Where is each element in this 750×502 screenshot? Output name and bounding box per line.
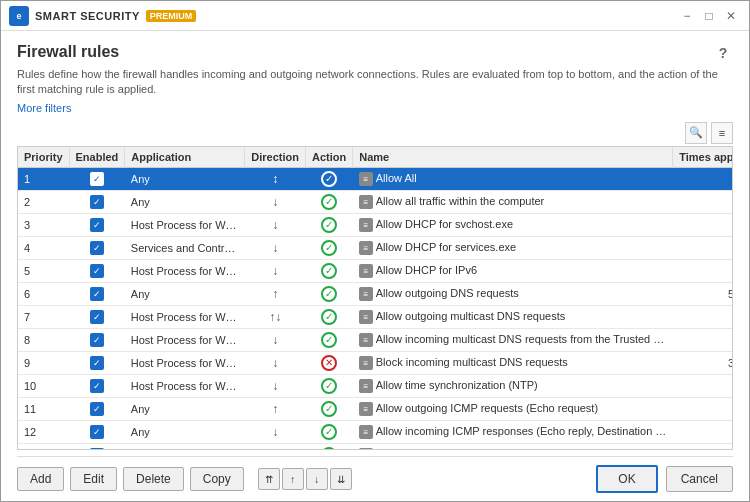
direction-icon: ↑↓ [269,310,281,324]
move-bottom-button[interactable]: ⇊ [330,468,352,490]
cell-direction: ↓ [245,443,306,450]
cell-name: ≡Allow DHCP for svchost.exe [353,213,673,236]
allow-icon: ✓ [321,309,337,325]
cell-enabled: ✓ [69,443,125,450]
cell-application: Host Process for Win... [125,259,245,282]
page-title: Firewall rules [17,43,119,61]
table-row[interactable]: 4✓Services and Controll...↓✓≡Allow DHCP … [18,236,733,259]
cell-name: ≡Allow outgoing multicast DNS requests [353,305,673,328]
allow-icon: ✓ [321,332,337,348]
move-down-button[interactable]: ↓ [306,468,328,490]
check-icon: ✓ [90,448,104,450]
cell-priority: 9 [18,351,69,374]
cell-application: Host Process for Win... [125,374,245,397]
close-button[interactable]: ✕ [721,6,741,26]
search-icon-button[interactable]: 🔍 [685,122,707,144]
cell-times: 2 [673,190,733,213]
allow-icon: ✓ [321,240,337,256]
cell-action: ✓ [306,397,353,420]
direction-icon: ↓ [272,241,278,255]
cancel-button[interactable]: Cancel [666,466,733,492]
table-row[interactable]: 2✓Any↓✓≡Allow all traffic within the com… [18,190,733,213]
table-row[interactable]: 1✓Any↕✓≡Allow All [18,167,733,190]
cell-times [673,397,733,420]
cell-enabled: ✓ [69,190,125,213]
col-header-name: Name [353,147,673,168]
move-top-button[interactable]: ⇈ [258,468,280,490]
delete-button[interactable]: Delete [123,467,184,491]
allow-icon: ✓ [321,217,337,233]
cell-times [673,213,733,236]
cell-enabled: ✓ [69,282,125,305]
cell-action: ✓ [306,190,353,213]
table-row[interactable]: 8✓Host Process for Win...↓✓≡Allow incomi… [18,328,733,351]
rule-icon: ≡ [359,356,373,370]
copy-button[interactable]: Copy [190,467,244,491]
allow-icon: ✓ [321,378,337,394]
cell-enabled: ✓ [69,167,125,190]
help-button[interactable]: ? [713,43,733,63]
columns-icon-button[interactable]: ≡ [711,122,733,144]
cell-times: 1 [673,305,733,328]
direction-icon: ↓ [272,218,278,232]
cell-times: 3952 [673,351,733,374]
cell-application: Any [125,397,245,420]
rules-table-container: Priority Enabled Application Direction A… [17,146,733,450]
check-icon: ✓ [90,402,104,416]
add-button[interactable]: Add [17,467,64,491]
table-row[interactable]: 6✓Any↑✓≡Allow outgoing DNS requests5392 [18,282,733,305]
table-row[interactable]: 11✓Any↑✓≡Allow outgoing ICMP requests (E… [18,397,733,420]
direction-icon: ↓ [272,195,278,209]
nav-buttons: ⇈ ↑ ↓ ⇊ [258,468,352,490]
content-area: Firewall rules ? Rules define how the fi… [1,31,749,501]
bottom-bar: Add Edit Delete Copy ⇈ ↑ ↓ ⇊ OK Cancel [17,456,733,501]
cell-name: ≡Allow incoming multicast DNS requests f… [353,328,673,351]
allow-icon: ✓ [321,263,337,279]
cell-times [673,236,733,259]
cell-times: 5392 [673,282,733,305]
edit-button[interactable]: Edit [70,467,117,491]
rule-icon: ≡ [359,310,373,324]
table-row[interactable]: 12✓Any↓✓≡Allow incoming ICMP responses (… [18,420,733,443]
cell-priority: 8 [18,328,69,351]
direction-icon: ↑ [272,402,278,416]
cell-name: ≡Allow DHCP for IPv6 [353,259,673,282]
table-row[interactable]: 7✓Host Process for Win...↑↓✓≡Allow outgo… [18,305,733,328]
table-row[interactable]: 5✓Host Process for Win...↓✓≡Allow DHCP f… [18,259,733,282]
cell-direction: ↓ [245,420,306,443]
cell-application: Any [125,190,245,213]
allow-icon: ✓ [321,286,337,302]
direction-icon: ↕ [272,172,278,186]
table-row[interactable]: 3✓Host Process for Win...↓✓≡Allow DHCP f… [18,213,733,236]
cell-action: ✓ [306,282,353,305]
cell-enabled: ✓ [69,397,125,420]
minimize-button[interactable]: − [677,6,697,26]
check-icon: ✓ [90,241,104,255]
rule-icon: ≡ [359,241,373,255]
cell-action: ✓ [306,236,353,259]
move-up-button[interactable]: ↑ [282,468,304,490]
cell-times [673,328,733,351]
table-row[interactable]: 10✓Host Process for Win...↓✓≡Allow time … [18,374,733,397]
cell-direction: ↓ [245,236,306,259]
direction-icon: ↓ [272,356,278,370]
check-icon: ✓ [90,379,104,393]
maximize-button[interactable]: □ [699,6,719,26]
cell-times [673,259,733,282]
cell-enabled: ✓ [69,305,125,328]
premium-badge: PREMIUM [146,10,197,22]
cell-enabled: ✓ [69,259,125,282]
cell-action: ✓ [306,167,353,190]
cell-action: ✓ [306,374,353,397]
more-filters-link[interactable]: More filters [17,102,733,114]
check-icon: ✓ [90,356,104,370]
action-buttons: Add Edit Delete Copy [17,467,244,491]
table-row[interactable]: 13✓Any↓✓≡Allow ICMP communication in Tru… [18,443,733,450]
main-window: e SMART SECURITY PREMIUM − □ ✕ Firewall … [0,0,750,502]
table-row[interactable]: 9✓Host Process for Win...↓✕≡Block incomi… [18,351,733,374]
cell-times [673,420,733,443]
ok-button[interactable]: OK [596,465,657,493]
check-icon: ✓ [90,333,104,347]
cell-application: Any [125,443,245,450]
titlebar-controls: − □ ✕ [677,6,741,26]
